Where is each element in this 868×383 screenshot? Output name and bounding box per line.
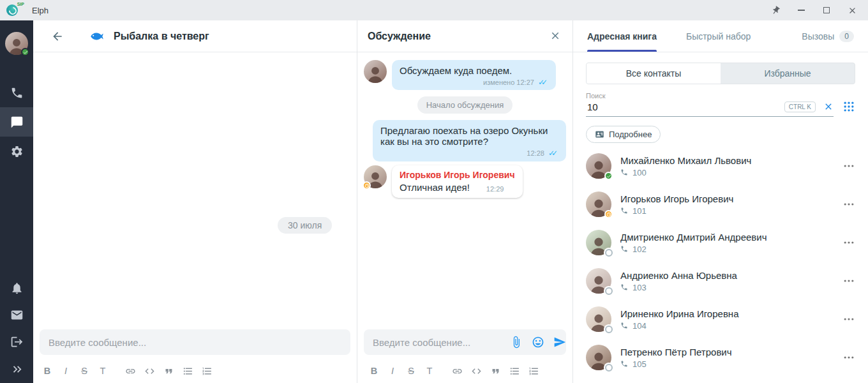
contact-number: 105: [620, 359, 842, 369]
clear-search-button[interactable]: [823, 101, 834, 112]
italic-button[interactable]: I: [387, 366, 398, 376]
contact-menu-button[interactable]: [842, 160, 855, 172]
tab-address-book[interactable]: Адресная книга: [587, 20, 657, 52]
message-avatar[interactable]: [364, 165, 387, 188]
contacts-panel: Адресная книга Быстрый набор Вызовы 0 Вс…: [573, 20, 868, 383]
status-online-badge: [21, 48, 29, 56]
pin-window-button[interactable]: [770, 4, 781, 16]
code-button[interactable]: [144, 366, 155, 377]
window-title: Elph: [32, 6, 49, 15]
send-message-button[interactable]: [553, 336, 566, 349]
tab-speed-dial[interactable]: Быстрый набор: [686, 20, 751, 52]
text-format-button[interactable]: T: [98, 366, 108, 376]
numbered-list-button[interactable]: [528, 366, 539, 377]
message-time: 12:29: [486, 185, 504, 193]
bold-button[interactable]: B: [42, 366, 52, 376]
strikethrough-button[interactable]: S: [406, 366, 416, 376]
message-meta: 12:28: [527, 149, 544, 157]
grid-dots-icon: [842, 100, 855, 113]
discussion-format-toolbar: B I S T: [357, 359, 572, 383]
current-user-avatar[interactable]: [5, 32, 28, 55]
ellipsis-icon: [842, 198, 855, 211]
sidebar-expand-button[interactable]: [0, 355, 33, 383]
quote-button[interactable]: [163, 366, 174, 377]
contact-menu-button[interactable]: [842, 236, 855, 249]
bold-button[interactable]: B: [369, 366, 379, 376]
message-meta: изменено 12:27: [483, 79, 534, 86]
dial-pad-button[interactable]: [842, 100, 855, 113]
italic-button[interactable]: I: [61, 366, 71, 376]
contacts-filter-switch: Все контакты Избранные: [586, 63, 855, 84]
message-row: Обсуждаем куда поедем. изменено 12:27 ✓✓: [364, 60, 566, 90]
back-button[interactable]: [51, 30, 64, 43]
code-button[interactable]: [471, 366, 482, 377]
contact-menu-button[interactable]: [842, 351, 855, 364]
numbered-list-button[interactable]: [202, 366, 213, 377]
message-text: Обсуждаем куда поедем.: [400, 65, 548, 76]
contact-number: 102: [620, 244, 842, 254]
contact-menu-button[interactable]: [842, 313, 855, 326]
sidebar-voicemail-button[interactable]: [0, 301, 33, 328]
contact-menu-button[interactable]: [842, 274, 855, 287]
contact-row[interactable]: Ириненко Ирина Игоревна 104: [573, 300, 868, 338]
minimize-icon: [798, 10, 805, 11]
insert-link-button[interactable]: [125, 366, 136, 377]
maximize-button[interactable]: [821, 4, 832, 16]
contact-search-field: Поиск CTRL K: [586, 92, 834, 117]
message-bubble[interactable]: Обсуждаем куда поедем. изменено 12:27 ✓✓: [392, 60, 556, 90]
search-input[interactable]: [586, 101, 784, 113]
contact-menu-button[interactable]: [842, 198, 855, 211]
strikethrough-button[interactable]: S: [79, 366, 89, 376]
message-bubble[interactable]: Игорьков Игорь Игоревич Отличная идея! 1…: [392, 165, 523, 198]
contact-row[interactable]: Михайленко Михаил Львович 100: [573, 147, 868, 185]
close-discussion-button[interactable]: [550, 30, 562, 43]
discussion-start-label: Начало обсуждения: [417, 96, 513, 114]
chat-message-input[interactable]: [47, 336, 343, 349]
sidebar-notifications-button[interactable]: [0, 274, 33, 301]
sidebar-chats-button[interactable]: [0, 107, 33, 137]
quote-button[interactable]: [490, 366, 501, 377]
close-window-button[interactable]: [846, 4, 858, 16]
paperclip-icon: [510, 336, 523, 349]
contact-name: Ириненко Ирина Игоревна: [620, 308, 842, 319]
contacts-tabs: Адресная книга Быстрый набор Вызовы 0: [573, 20, 868, 52]
discussion-message-list: Обсуждаем куда поедем. изменено 12:27 ✓✓…: [357, 52, 572, 326]
text-format-button[interactable]: T: [424, 366, 435, 376]
details-button[interactable]: Подробнее: [586, 126, 661, 143]
status-away-badge: [363, 181, 371, 190]
contact-name: Петренко Пётр Петрович: [620, 347, 842, 357]
contact-number: 101: [620, 206, 842, 216]
contact-number: 100: [620, 168, 842, 177]
contact-row[interactable]: Игорьков Игорь Игоревич 101: [573, 185, 868, 223]
message-text: Отличная идея!: [400, 182, 470, 193]
contact-row[interactable]: Дмитриенко Дмитрий Андреевич 102: [573, 223, 868, 262]
emoji-button[interactable]: [532, 336, 544, 349]
status-online-badge: [604, 172, 613, 180]
minimize-button[interactable]: [795, 4, 807, 16]
quote-icon: [490, 366, 501, 377]
contact-row[interactable]: Андриенко Анна Юрьевна 103: [573, 262, 868, 300]
discussion-header: Обсуждение: [357, 20, 572, 52]
sidebar-settings-button[interactable]: [0, 137, 33, 166]
tab-calls[interactable]: Вызовы 0: [802, 20, 854, 52]
message-avatar[interactable]: [364, 60, 387, 83]
smiley-icon: [532, 336, 544, 349]
phone-icon: [620, 169, 628, 176]
filter-favorites[interactable]: Избранные: [721, 63, 855, 84]
chat-panel: Рыбалка в четверг 30 июля B I S T: [33, 20, 357, 383]
send-icon: [553, 336, 566, 349]
phone-icon: [620, 245, 628, 253]
contact-row[interactable]: Петренко Пётр Петрович 105: [573, 338, 868, 377]
filter-all-contacts[interactable]: Все контакты: [587, 63, 721, 84]
attach-file-button[interactable]: [510, 336, 523, 349]
discussion-message-input[interactable]: [371, 336, 501, 349]
sidebar-logout-button[interactable]: [0, 328, 33, 355]
message-bubble[interactable]: Предлагаю поехать на озеро Окуньки как в…: [373, 120, 566, 161]
bulleted-list-button[interactable]: [183, 366, 193, 377]
contact-avatar: [586, 268, 611, 294]
contact-row-partial[interactable]: [573, 377, 868, 383]
bulleted-list-button[interactable]: [509, 366, 520, 377]
sidebar-calls-button[interactable]: [0, 78, 33, 107]
arrow-left-icon: [51, 30, 64, 43]
insert-link-button[interactable]: [452, 366, 463, 377]
